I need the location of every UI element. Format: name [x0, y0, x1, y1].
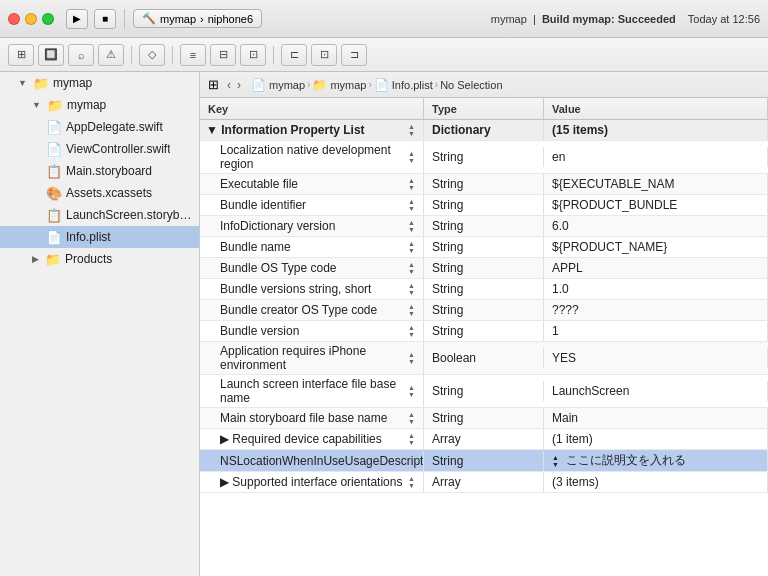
table-row[interactable]: Bundle identifier▲▼String${PRODUCT_BUNDL… [200, 195, 768, 216]
row-stepper[interactable]: ▲▼ [408, 282, 415, 296]
row-stepper[interactable]: ▲▼ [408, 198, 415, 212]
plist-key: Bundle versions string, short [220, 282, 371, 296]
plist-type-cell: String [424, 381, 544, 401]
plist-key-cell: Main storyboard file base name▲▼ [200, 408, 424, 428]
plist-type: String [432, 282, 463, 296]
play-button[interactable]: ▶ [66, 9, 88, 29]
row-stepper[interactable]: ▲▼ [408, 384, 415, 398]
breadcrumb-infoplist[interactable]: 📄 Info.plist [374, 78, 433, 92]
editor-btn2[interactable]: ⊟ [210, 44, 236, 66]
row-stepper[interactable]: ▲▼ [408, 475, 415, 489]
plist-value: ???? [552, 303, 579, 317]
table-row[interactable]: Bundle creator OS Type code▲▼String???? [200, 300, 768, 321]
sidebar-item-products[interactable]: ▶ 📁 Products [0, 248, 199, 270]
row-stepper[interactable]: ▲▼ [408, 240, 415, 254]
panel-bottom-btn[interactable]: ⊡ [311, 44, 337, 66]
xcode-icon: 🔨 [142, 12, 156, 25]
grid-icon[interactable]: ⊞ [208, 77, 219, 92]
table-row[interactable]: Executable file▲▼String${EXECUTABLE_NAM [200, 174, 768, 195]
sidebar-item-viewcontroller[interactable]: 📄 ViewController.swift [0, 138, 199, 160]
minimize-button[interactable] [25, 13, 37, 25]
toolbar: ⊞ 🔲 ⌕ ⚠ ◇ ≡ ⊟ ⊡ ⊏ ⊡ ⊐ [0, 38, 768, 72]
row-stepper[interactable]: ▲▼ [408, 123, 415, 137]
issues-btn[interactable]: ⚠ [98, 44, 124, 66]
titlebar: ▶ ■ 🔨 mymap › niphone6 mymap | Build mym… [0, 0, 768, 38]
scheme-selector[interactable]: 🔨 mymap › niphone6 [133, 9, 262, 28]
plist-value-cell: ${EXECUTABLE_NAM [544, 174, 768, 194]
table-row[interactable]: ▶ Supported interface orientations▲▼Arra… [200, 472, 768, 493]
table-row[interactable]: Launch screen interface file base name▲▼… [200, 375, 768, 408]
folder-icon-products: 📁 [45, 252, 61, 267]
plist-type: String [432, 150, 463, 164]
panel-right-btn[interactable]: ⊐ [341, 44, 367, 66]
plist-type-cell: Array [424, 429, 544, 449]
plist-type-cell: String [424, 237, 544, 257]
assets-icon: 🎨 [46, 186, 62, 201]
breadcrumb-back-btn[interactable]: ‹ [225, 78, 233, 92]
maximize-button[interactable] [42, 13, 54, 25]
row-stepper[interactable]: ▲▼ [408, 177, 415, 191]
device-name: niphone6 [208, 13, 253, 25]
table-row[interactable]: ▼ Information Property List▲▼Dictionary(… [200, 120, 768, 141]
value-stepper[interactable]: ▲▼ [552, 454, 559, 468]
header-key: Key [200, 98, 424, 119]
panel-left-btn[interactable]: ⊏ [281, 44, 307, 66]
search-btn[interactable]: ⌕ [68, 44, 94, 66]
stop-button[interactable]: ■ [94, 9, 116, 29]
plist-type-cell: String [424, 300, 544, 320]
table-row[interactable]: Bundle versions string, short▲▼String1.0 [200, 279, 768, 300]
sidebar-item-mymap-root[interactable]: ▼ 📁 mymap [0, 72, 199, 94]
row-stepper[interactable]: ▲▼ [408, 411, 415, 425]
table-row[interactable]: Main storyboard file base name▲▼StringMa… [200, 408, 768, 429]
sidebar-item-appdelegate[interactable]: 📄 AppDelegate.swift [0, 116, 199, 138]
plist-type-cell: String [424, 279, 544, 299]
table-row[interactable]: NSLocationWhenInUseUsageDescription▲▼+−S… [200, 450, 768, 472]
plist-value-cell: (3 items) [544, 472, 768, 492]
scheme-label: mymap [491, 13, 527, 25]
row-stepper[interactable]: ▲▼ [408, 351, 415, 365]
toolbar-sep2 [172, 46, 173, 64]
table-row[interactable]: InfoDictionary version▲▼String6.0 [200, 216, 768, 237]
plist-value: 1 [552, 324, 559, 338]
navigator-toggle-btn[interactable]: ⊞ [8, 44, 34, 66]
table-row[interactable]: Application requires iPhone environment▲… [200, 342, 768, 375]
plist-value-cell: (1 item) [544, 429, 768, 449]
close-button[interactable] [8, 13, 20, 25]
breadcrumb-mymap2[interactable]: 📁 mymap [312, 78, 366, 92]
row-stepper[interactable]: ▲▼ [408, 324, 415, 338]
sidebar-label-mainstoryboard: Main.storyboard [66, 164, 152, 178]
diamond-btn[interactable]: ◇ [139, 44, 165, 66]
build-time: Today at 12:56 [688, 13, 760, 25]
row-stepper[interactable]: ▲▼ [408, 261, 415, 275]
table-row[interactable]: ▶ Required device capabilities▲▼Array(1 … [200, 429, 768, 450]
sidebar-label-viewcontroller: ViewController.swift [66, 142, 170, 156]
row-stepper[interactable]: ▲▼ [408, 219, 415, 233]
sidebar-item-mymap-sub[interactable]: ▼ 📁 mymap [0, 94, 199, 116]
layout-btn[interactable]: 🔲 [38, 44, 64, 66]
table-row[interactable]: Bundle OS Type code▲▼StringAPPL [200, 258, 768, 279]
editor-btn1[interactable]: ≡ [180, 44, 206, 66]
breadcrumb-forward-btn[interactable]: › [235, 78, 243, 92]
plist-value: ${PRODUCT_BUNDLE [552, 198, 677, 212]
sidebar-item-assets[interactable]: 🎨 Assets.xcassets [0, 182, 199, 204]
plist-key-cell: NSLocationWhenInUseUsageDescription▲▼+− [200, 451, 424, 471]
table-row[interactable]: Bundle name▲▼String${PRODUCT_NAME} [200, 237, 768, 258]
main-area: ▼ 📁 mymap ▼ 📁 mymap 📄 AppDelegate.swift … [0, 72, 768, 576]
table-row[interactable]: Localization native development region▲▼… [200, 141, 768, 174]
editor-btn3[interactable]: ⊡ [240, 44, 266, 66]
plist-type: String [432, 219, 463, 233]
sidebar-item-mainstoryboard[interactable]: 📋 Main.storyboard [0, 160, 199, 182]
plist-value[interactable]: ここに説明文を入れる [566, 452, 686, 469]
plist-table: Key Type Value ▼ Information Property Li… [200, 98, 768, 576]
sidebar-item-infoplist[interactable]: 📄 Info.plist [0, 226, 199, 248]
row-stepper[interactable]: ▲▼ [408, 150, 415, 164]
plist-type: Dictionary [432, 123, 491, 137]
table-row[interactable]: Bundle version▲▼String1 [200, 321, 768, 342]
header-type: Type [424, 98, 544, 119]
sidebar-item-launchscreen[interactable]: 📋 LaunchScreen.storyboard [0, 204, 199, 226]
breadcrumb-bar: ⊞ ‹ › 📄 mymap › 📁 mymap › 📄 Info.plist ›… [200, 72, 768, 98]
row-stepper[interactable]: ▲▼ [408, 303, 415, 317]
row-stepper[interactable]: ▲▼ [408, 432, 415, 446]
breadcrumb-mymap[interactable]: 📄 mymap [251, 78, 305, 92]
plist-key-cell: InfoDictionary version▲▼ [200, 216, 424, 236]
